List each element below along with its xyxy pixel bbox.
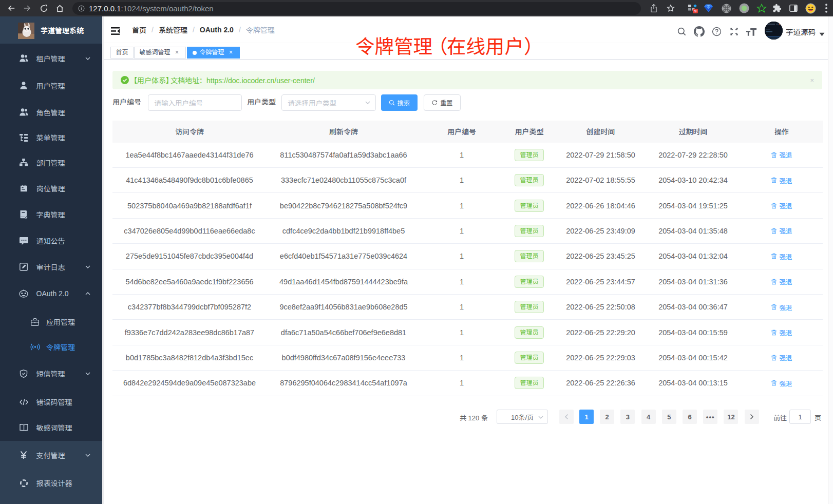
svg-text:9: 9	[694, 9, 696, 13]
